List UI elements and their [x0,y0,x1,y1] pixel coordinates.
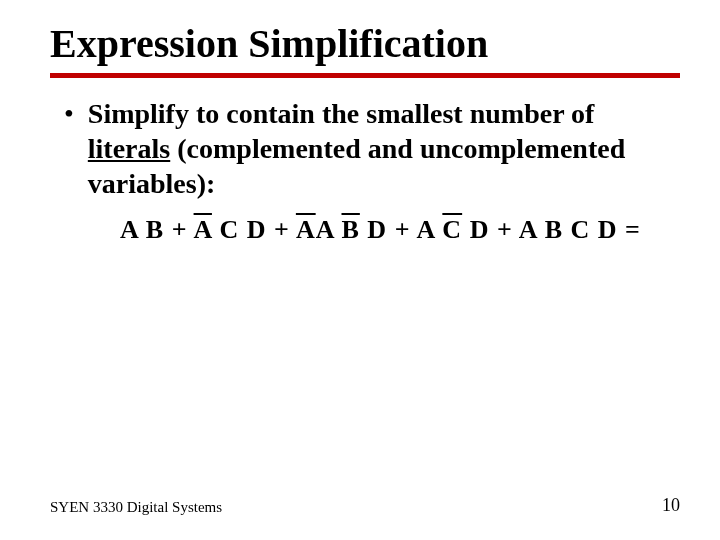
plus2: + [266,215,295,244]
title-underline [50,73,680,78]
bullet-item: • Simplify to contain the smallest numbe… [64,96,680,201]
slide-title: Expression Simplification [50,20,680,67]
footer-page-number: 10 [662,495,680,516]
bullet-marker: • [64,98,74,130]
plus3: + [387,215,416,244]
term3-pre: A [316,215,342,244]
a-bar-2: A [296,215,316,244]
plus4: + [489,215,518,244]
term3-post: D [360,215,387,244]
b-bar: B [342,215,360,244]
term4-post: D [462,215,489,244]
plus1: + [164,215,193,244]
term1: A B [120,215,164,244]
bullet-text: Simplify to contain the smallest number … [88,96,648,201]
boolean-expression: A B + A C D + AA B D + A C D + A B C D = [120,215,680,245]
footer-course: SYEN 3330 Digital Systems [50,499,222,516]
term4-pre: A [417,215,443,244]
c-bar: C [442,215,462,244]
bullet-literals: literals [88,133,170,164]
equals: = [618,215,641,244]
bullet-pre: Simplify to contain the smallest number … [88,98,595,129]
a-bar-1: A [194,215,212,244]
term5: A B C D [519,215,618,244]
term2-rest: C D [212,215,267,244]
